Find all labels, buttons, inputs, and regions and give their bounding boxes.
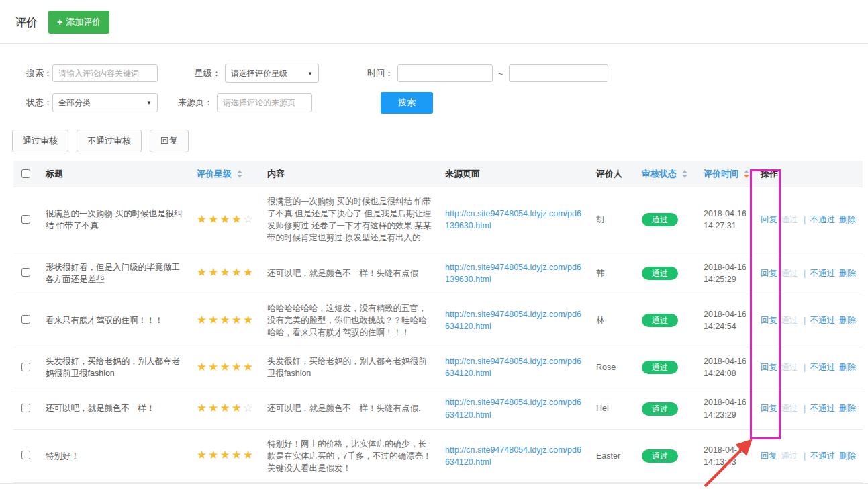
star-icon: ★ [232,361,243,373]
star-icon: ★ [232,402,243,414]
reject-link[interactable]: 不通过 [810,269,836,278]
pass-link[interactable]: 通过 [781,363,798,372]
select-all-checkbox[interactable] [21,169,30,178]
reviewer-name: Rose [596,363,616,372]
status-badge: 通过 [642,213,678,226]
header-source: 来源页面 [440,161,591,187]
bulk-approve-button[interactable]: 通过审核 [12,130,68,152]
pass-link[interactable]: 通过 [781,451,798,461]
reject-link[interactable]: 不通过 [810,363,836,372]
time-from-input[interactable] [397,64,493,82]
row-checkbox[interactable] [21,268,30,277]
reviewer-name: 林 [596,316,605,325]
add-review-label: 添加评价 [66,16,101,28]
star-icon: ★ [197,314,208,326]
source-link[interactable]: http://cn.site94748054.ldyjz.com/pd66341… [445,310,581,331]
action-separator: | [804,269,806,278]
delete-link[interactable]: 删除 [839,451,856,461]
source-link[interactable]: http://cn.site94748054.ldyjz.com/pd61396… [445,263,581,284]
chevron-down-icon: ▼ [307,71,313,77]
bulk-reject-button[interactable]: 不通过审核 [77,130,142,152]
source-link[interactable]: http://cn.site94748054.ldyjz.com/pd61396… [445,209,581,230]
row-checkbox[interactable] [21,315,30,324]
delete-link[interactable]: 删除 [839,215,856,224]
search-input[interactable] [52,64,158,82]
star-filter-select[interactable]: 请选择评价星级 ▼ [225,64,319,83]
review-title: 形状很好看，但是入门级的毕竟做工各方面还是差些 [46,263,180,284]
header-status-sort[interactable]: 审核状态 [636,161,698,187]
star-rating: ★★★★☆ [197,216,254,225]
table-row: 很满意的一次购物 买的时候也是很纠结 怕带了不真 ★★★★☆ 很满意的一次购物 … [13,187,863,253]
reply-link[interactable]: 回复 [761,316,777,325]
star-icon: ★ [197,361,208,373]
status-badge: 通过 [642,361,678,374]
reply-link[interactable]: 回复 [761,404,777,413]
row-checkbox[interactable] [21,215,30,224]
table-row: 看来只有朕才驾驭的住啊！！！ ★★★★★ 哈哈哈哈哈哈，这短发，没有精致的五官，… [13,294,863,347]
pass-link[interactable]: 通过 [781,269,798,278]
source-link[interactable]: http://cn.site94748054.ldyjz.com/pd66341… [445,398,581,419]
review-content: 还可以吧，就是颜色不一样！头缝有点假. [267,404,420,413]
star-icon: ☆ [243,213,254,226]
reply-link[interactable]: 回复 [761,215,777,224]
pass-link[interactable]: 通过 [781,404,798,413]
star-rating: ★★★★☆ [197,404,254,414]
star-icon: ★ [208,213,220,226]
star-icon: ★ [208,449,220,461]
add-review-button[interactable]: + 添加评价 [48,11,109,34]
row-checkbox[interactable] [21,404,30,412]
star-icon: ★ [208,361,220,373]
search-label: 搜索： [12,67,52,79]
source-filter-input[interactable] [217,93,312,112]
row-checkbox-cell [13,429,40,482]
table-row: 头发很好，买给老妈的，别人都夸老妈很前卫很fashion ★★★★★ 头发很好，… [13,347,863,388]
status-filter-select[interactable]: 全部分类 ▼ [52,93,158,112]
reviewer-name: 韩 [596,269,605,278]
header-actions: 操作 [755,161,863,187]
search-button[interactable]: 搜索 [381,92,433,114]
reject-link[interactable]: 不通过 [810,316,836,325]
star-icon: ★ [208,402,220,414]
action-separator: | [804,451,806,461]
delete-link[interactable]: 删除 [839,404,856,413]
source-link[interactable]: http://cn.site94748054.ldyjz.com/pd66341… [445,445,581,467]
filter-row-1: 搜索： 星级： 请选择评价星级 ▼ 时间： ~ [12,64,868,83]
filter-panel: 搜索： 星级： 请选择评价星级 ▼ 时间： ~ 状态： 全部分类 ▼ 来源页： … [0,44,868,126]
pass-link[interactable]: 通过 [781,215,798,224]
delete-link[interactable]: 删除 [839,316,856,325]
reply-link[interactable]: 回复 [761,269,777,278]
source-filter-label: 来源页： [178,97,213,109]
header-stars-sort[interactable]: 评价星级 [191,161,262,187]
review-title: 很满意的一次购物 买的时候也是很纠结 怕带了不真 [46,209,182,230]
reviewer-name: Hel [596,404,609,413]
source-link[interactable]: http://cn.site94748054.ldyjz.com/pd66341… [445,357,581,378]
header-time-sort[interactable]: 评价时间 [698,161,755,187]
time-to-input[interactable] [509,64,608,82]
review-title: 头发很好，买给老妈的，别人都夸老妈很前卫很fashion [46,357,180,378]
time-filter-label: 时间： [367,67,393,79]
star-icon: ★ [197,449,208,461]
delete-link[interactable]: 删除 [839,269,856,278]
review-table: 标题 评价星级 内容 来源页面 评价人 审核状态 评价时间 操作 很满意的一次购… [13,161,863,483]
reviewer-name: 胡 [596,215,605,224]
star-icon: ★ [220,361,232,373]
row-checkbox[interactable] [21,451,30,459]
star-icon: ★ [232,449,243,461]
row-checkbox[interactable] [21,363,30,371]
pass-link[interactable]: 通过 [781,316,798,325]
reject-link[interactable]: 不通过 [810,451,836,461]
reply-link[interactable]: 回复 [761,363,777,372]
reject-link[interactable]: 不通过 [810,215,836,224]
bulk-reply-button[interactable]: 回复 [150,130,189,152]
review-time: 2018-04-16 14:23:29 [704,398,746,419]
reply-link[interactable]: 回复 [761,451,777,461]
table-row: 形状很好看，但是入门级的毕竟做工各方面还是差些 ★★★★★ 还可以吧，就是颜色不… [13,253,863,294]
bulk-action-bar: 通过审核 不通过审核 回复 [0,126,868,161]
table-body: 很满意的一次购物 买的时候也是很纠结 怕带了不真 ★★★★☆ 很满意的一次购物 … [13,187,863,483]
star-icon: ★ [197,402,208,414]
delete-link[interactable]: 删除 [839,363,856,372]
review-title: 看来只有朕才驾驭的住啊！！！ [46,316,163,325]
reject-link[interactable]: 不通过 [810,404,836,413]
star-icon: ★ [197,213,208,226]
star-icon: ★ [220,266,232,279]
